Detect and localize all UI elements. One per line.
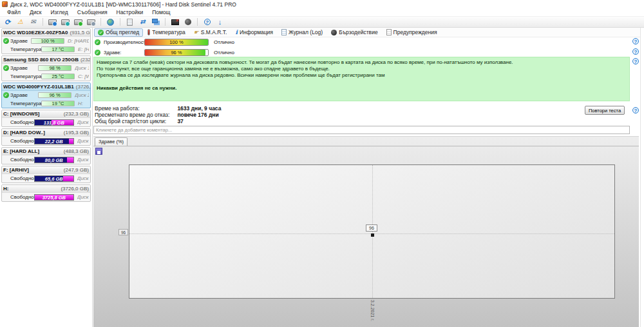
estimated-lifetime-row: Пресметнато време до отказ: повече 176 д… [95, 112, 219, 118]
hard-disk-sentinel-window: Диск 2, WDC WD4000FYYZ-01UL1B1 [WD-WMC13… [0, 0, 644, 327]
titlebar: Диск 2, WDC WD4000FYYZ-01UL1B1 [WD-WMC13… [0, 0, 644, 8]
power-icon[interactable] [183, 17, 193, 26]
health-label: Здраве [10, 38, 31, 44]
warning-icon[interactable] [15, 17, 25, 26]
crosshair-vline [372, 165, 373, 298]
message-action: Никакви действия не са нужни. [97, 85, 627, 92]
menu-disk[interactable]: Диск [25, 9, 46, 15]
help-icon[interactable] [202, 17, 212, 26]
menu-file[interactable]: Файл [3, 9, 25, 15]
tab-temperature[interactable]: Температура [144, 28, 189, 37]
report-mail-icon[interactable] [28, 17, 38, 26]
menu-view[interactable]: Изглед [46, 9, 72, 15]
disk-surface-icon[interactable] [61, 17, 70, 26]
comment-input[interactable] [93, 126, 630, 134]
partition-name: D: [HARD DOW..] [3, 130, 45, 135]
health-label: Здраве [10, 92, 38, 98]
help-icon-health[interactable] [632, 48, 639, 55]
health-bar: 96 % [38, 92, 71, 98]
x-axis-date-label: 3.2.2021 г. [370, 300, 375, 321]
menu-messages[interactable]: Съобщения [73, 9, 112, 15]
message-line: По този пункт, все още гаранционна замян… [97, 66, 627, 72]
free-space-bar: 80,0 GB [34, 157, 74, 163]
warnings-page-icon [386, 29, 392, 35]
partition-card-c[interactable]: C: [WINDOWS] (232,3 GB) Свободно 131,8 G… [1, 110, 91, 127]
chart-subtab-health[interactable]: Здраве (%) [95, 137, 128, 146]
disk-sidebar: WDC WD10EZEX-00ZF5A0 (931,5 GB) Диск 0 З… [0, 28, 93, 327]
help-icon-message[interactable] [632, 58, 639, 64]
toolbar-separator [197, 18, 198, 26]
health-label: Здраве: [104, 50, 144, 55]
health-ok-icon [3, 65, 9, 71]
tab-information[interactable]: Информация [231, 28, 276, 37]
save-chart-icon[interactable] [95, 148, 102, 155]
toolbar [0, 17, 644, 28]
tab-strip: Общ преглед Температура S.M.A.R.T. Инфор… [93, 28, 644, 37]
partition-card-h[interactable]: H: (3726,0 GB) Свободно 3725,8 GB Диск 2 [1, 184, 91, 202]
partition-card-e[interactable]: E: [HARD ALL] (488,3 GB) Свободно 80,0 G… [1, 147, 91, 164]
disk-size: (931,5 GB) [70, 30, 90, 35]
disk-search-icon[interactable] [86, 17, 96, 26]
disk-model: Samsung SSD 860 EVO 250GB [3, 57, 79, 63]
tab-performance[interactable]: Бързодействие [327, 28, 381, 37]
main-panel: Общ преглед Температура S.M.A.R.T. Инфор… [93, 28, 644, 327]
info-icon [235, 29, 237, 35]
partition-size: (232,3 GB) [62, 111, 89, 117]
disk-wrench-icon[interactable] [48, 17, 57, 26]
disk-number: Диск 0 [77, 138, 89, 144]
health-chart-panel: Здраве (%) 96 96 3.2.2021 г. [93, 136, 639, 327]
health-status: Отлично [214, 50, 234, 55]
partition-card-f[interactable]: F: [ARHIV] (247,9 GB) Свободно 65,6 GB Д… [1, 166, 91, 183]
disk-health-icon[interactable] [73, 17, 83, 26]
health-message-box: Намерени са 7 слаби (weak) сектори на ди… [93, 57, 630, 101]
performance-status: Отлично [214, 39, 234, 45]
menu-settings[interactable]: Настройки [112, 9, 148, 15]
partition-card-d[interactable]: D: [HARD DOW..] (195,3 GB) Свободно 22,2… [1, 128, 91, 146]
tab-log[interactable]: Журнал (Log) [278, 28, 327, 37]
free-label: Свободно [10, 138, 34, 144]
menubar: Файл Диск Изглед Съобщения Настройки Пом… [0, 8, 644, 17]
data-point-marker [371, 233, 374, 237]
sync-icon[interactable] [138, 17, 147, 26]
help-icon-performance[interactable] [632, 38, 639, 45]
tab-overview[interactable]: Общ преглед [94, 28, 143, 37]
disk-number: Диск 2 [75, 92, 89, 98]
toolbar-separator [120, 18, 120, 26]
app-icon [2, 1, 8, 7]
health-ok-icon [3, 92, 9, 98]
free-space-bar: 131,8 GB [34, 119, 74, 126]
disk-model: WDC WD10EZEX-00ZF5A0 [3, 30, 68, 35]
disk-size: (232,9 GB) [80, 57, 90, 63]
network-icon[interactable] [151, 17, 160, 26]
right-scroll-strip[interactable] [640, 28, 644, 327]
start-stop-count-row: Общ брой старт/стоп цикли: 37 [95, 118, 184, 124]
disk-card-samsung-ssd[interactable]: Samsung SSD 860 EVO 250GB (232,9 GB) Здр… [1, 55, 91, 81]
partition-name: C: [WINDOWS] [3, 111, 39, 117]
y-axis-tick: 96 [118, 229, 128, 235]
disk-card-wd4000-selected[interactable]: WDC WD4000FYYZ-01UL1B1 (3726,0 GB) Здрав… [1, 83, 91, 108]
free-space-bar: 65,6 GB [34, 175, 74, 182]
monitor-x-icon[interactable] [170, 17, 180, 26]
toolbar-separator [100, 18, 101, 26]
disk-number: Диск 2 [77, 194, 89, 200]
download-icon[interactable] [215, 17, 225, 26]
health-bar: 100 % [31, 38, 64, 44]
smart-hand-icon [194, 29, 199, 35]
globe-icon[interactable] [106, 17, 115, 26]
tab-smart[interactable]: S.M.A.R.T. [190, 28, 231, 37]
temperature-bar: 19 °C [41, 101, 75, 106]
free-label: Свободно [10, 175, 34, 181]
document-icon[interactable] [125, 17, 135, 26]
free-space-bar: 3725,8 GB [34, 194, 74, 201]
ok-icon [95, 39, 100, 45]
health-history-plot[interactable]: 96 [129, 164, 615, 299]
refresh-icon[interactable] [3, 17, 12, 26]
partition-ref: D: [HARD DO [68, 38, 89, 44]
retest-button[interactable]: Повтори теста [585, 106, 625, 115]
health-bar: 96 % [144, 49, 209, 56]
disk-card-wd10ezex[interactable]: WDC WD10EZEX-00ZF5A0 (931,5 GB) Диск 0 З… [1, 28, 91, 54]
menu-help[interactable]: Помощ [147, 9, 175, 15]
tab-warnings[interactable]: Предупреждения [383, 28, 441, 37]
partition-name: F: [ARHIV] [3, 167, 29, 173]
help-icon-retest[interactable] [632, 107, 639, 114]
